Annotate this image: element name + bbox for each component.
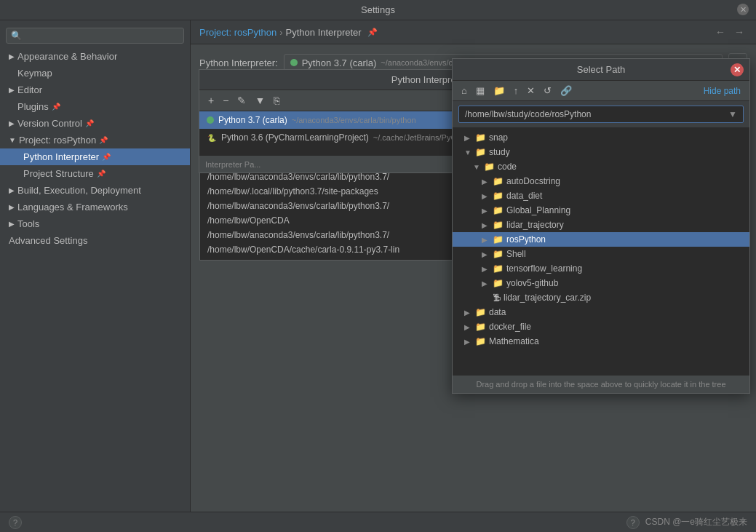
arrow-icon: ▶	[464, 323, 473, 331]
tree-item-autoDocstring[interactable]: ▶ 📁 autoDocstring	[453, 174, 749, 188]
dialog-path-value: /home/lbw/study/code/rosPython	[465, 109, 728, 119]
tree-item-label: yolov5-github	[506, 278, 558, 288]
folder-icon: 📁	[493, 278, 504, 288]
folder-icon: 📁	[475, 147, 486, 157]
tree-item-rosPython[interactable]: ▶ 📁 rosPython	[453, 232, 749, 247]
dialog-title-bar: Select Path ✕	[453, 59, 749, 81]
dialog-link-button[interactable]: 🔗	[557, 84, 575, 98]
tree-item-label: docker_file	[489, 322, 531, 332]
folder-icon: 📁	[475, 336, 486, 346]
select-path-overlay: Select Path ✕ ⌂ ▦ 📁 ↑ ✕ ↺ 🔗 Hide path /h…	[0, 0, 756, 532]
dialog-home-button[interactable]: ⌂	[458, 84, 470, 98]
folder-icon: 📁	[475, 322, 486, 332]
folder-icon: 📁	[493, 220, 504, 230]
dialog-footer: Drag and drop a file into the space abov…	[453, 375, 749, 393]
arrow-icon: ▶	[482, 265, 490, 273]
arrow-icon: ▶	[482, 221, 490, 229]
tree-item-label: data_diet	[506, 191, 542, 201]
tree-item-tensorflow[interactable]: ▶ 📁 tensorflow_learning	[453, 261, 749, 276]
arrow-icon: ▶	[482, 192, 490, 200]
arrow-icon: ▼	[464, 148, 473, 156]
dialog-refresh-button[interactable]: ↺	[541, 84, 554, 98]
arrow-icon: ▶	[464, 134, 473, 142]
folder-icon: 📁	[475, 307, 486, 317]
tree-item-label: data	[489, 307, 506, 317]
dialog-toolbar: ⌂ ▦ 📁 ↑ ✕ ↺ 🔗 Hide path	[453, 81, 749, 101]
tree-item-label: Shell	[506, 249, 526, 259]
tree-item-label: lidar_trajectory	[506, 220, 564, 230]
dialog-tree: ▶ 📁 snap ▼ 📁 study ▼ 📁 code ▶ 📁 autoDocs…	[453, 127, 749, 375]
tree-item-study[interactable]: ▼ 📁 study	[453, 145, 749, 159]
tree-item-data-diet[interactable]: ▶ 📁 data_diet	[453, 188, 749, 203]
tree-item-label: code	[498, 162, 517, 172]
select-path-dialog: Select Path ✕ ⌂ ▦ 📁 ↑ ✕ ↺ 🔗 Hide path /h…	[452, 58, 750, 394]
folder-icon: 📁	[493, 176, 504, 186]
arrow-icon: ▶	[464, 338, 473, 346]
arrow-icon: ▶	[482, 250, 490, 258]
tree-item-label: rosPython	[506, 234, 546, 245]
path-dropdown-arrow-icon: ▼	[728, 109, 737, 119]
tree-item-docker[interactable]: ▶ 📁 docker_file	[453, 319, 749, 334]
arrow-icon: ▶	[482, 279, 490, 287]
tree-item-lidar-trajectory[interactable]: ▶ 📁 lidar_trajectory	[453, 218, 749, 232]
dialog-new-folder-button[interactable]: 📁	[490, 84, 508, 98]
arrow-icon: ▶	[482, 207, 490, 215]
folder-icon: 📁	[493, 205, 504, 215]
arrow-icon: ▶	[482, 236, 490, 244]
folder-icon: 📁	[475, 132, 486, 143]
arrow-icon: ▶	[464, 309, 473, 317]
folder-icon: 📁	[493, 191, 504, 201]
folder-icon: 📁	[493, 234, 504, 245]
dialog-footer-text: Drag and drop a file into the space abov…	[476, 380, 725, 389]
dialog-delete-button[interactable]: ✕	[524, 84, 538, 98]
dialog-path-input-row: /home/lbw/study/code/rosPython ▼	[458, 106, 744, 123]
tree-item-shell[interactable]: ▶ 📁 Shell	[453, 247, 749, 261]
dialog-hide-path-button[interactable]: Hide path	[701, 84, 744, 98]
dialog-close-button[interactable]: ✕	[731, 63, 744, 76]
folder-icon: 📁	[493, 263, 504, 274]
tree-item-label: snap	[489, 132, 508, 143]
tree-item-label: Global_Planning	[506, 205, 570, 215]
tree-item-label: autoDocstring	[506, 176, 560, 186]
tree-item-label: study	[489, 147, 510, 157]
tree-item-label: tensorflow_learning	[506, 263, 582, 274]
tree-item-data[interactable]: ▶ 📁 data	[453, 305, 749, 319]
folder-icon: 📁	[493, 249, 504, 259]
tree-item-mathematica[interactable]: ▶ 📁 Mathematica	[453, 334, 749, 349]
tree-item-global-planning[interactable]: ▶ 📁 Global_Planning	[453, 203, 749, 218]
folder-icon: 📁	[484, 162, 495, 172]
arrow-icon: ▶	[482, 178, 490, 186]
tree-item-label: lidar_trajectory_car.zip	[504, 293, 591, 303]
dialog-title-text: Select Path	[577, 64, 626, 75]
tree-item-yolov5[interactable]: ▶ 📁 yolov5-github	[453, 276, 749, 290]
zip-icon: 🗜	[493, 293, 501, 302]
tree-item-zip[interactable]: ▶ 🗜 lidar_trajectory_car.zip	[453, 290, 749, 305]
tree-item-code[interactable]: ▼ 📁 code	[453, 159, 749, 174]
arrow-icon: ▼	[473, 163, 482, 171]
tree-item-label: Mathematica	[489, 336, 539, 346]
dialog-folder-up-button[interactable]: ↑	[511, 84, 522, 98]
tree-item-snap[interactable]: ▶ 📁 snap	[453, 130, 749, 145]
dialog-view-button[interactable]: ▦	[473, 84, 488, 98]
